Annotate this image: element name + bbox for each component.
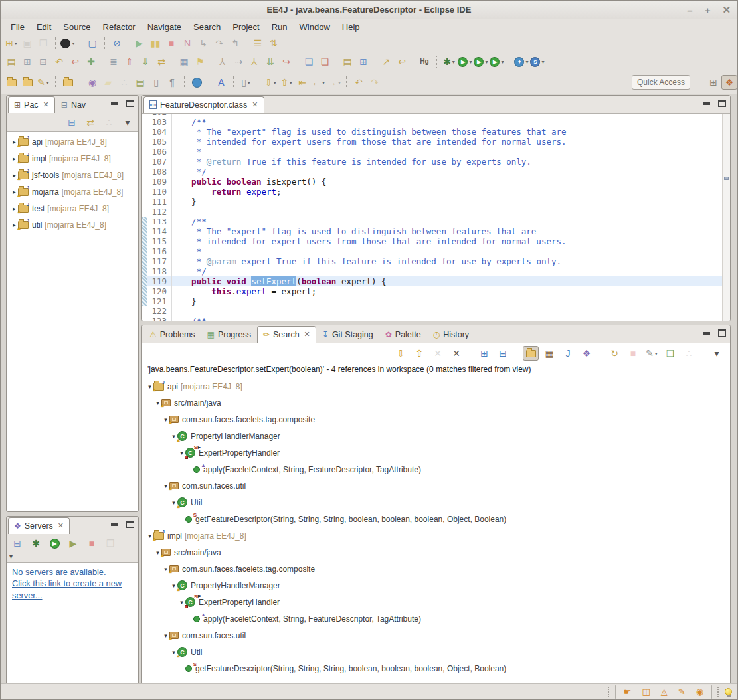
expand-arrow[interactable]: ▾ <box>178 599 185 606</box>
view-menu-button[interactable]: ▾ <box>120 115 136 130</box>
highlight-range-button[interactable]: ▰ <box>100 75 116 90</box>
tree-item-apply-faceletcontext-string-featuredescriptor-tagattribute-[interactable]: ▴apply(FaceletContext, String, FeatureDe… <box>142 610 730 627</box>
revert-button[interactable]: ↩ <box>394 54 410 69</box>
git-history-button[interactable]: ▦ <box>176 54 192 69</box>
code-line-107[interactable]: 107 * @return True if this feature is in… <box>142 157 730 167</box>
code-line-103[interactable]: 103 /** <box>142 117 730 127</box>
run-button[interactable]: ▶▾ <box>457 54 473 69</box>
tree-item-mojarra[interactable]: ▸J▲mojarra[mojarra EE4J_8] <box>7 183 138 200</box>
tab-problems[interactable]: ⚠Problems <box>143 326 201 343</box>
code-line-110[interactable]: 110 return expert; <box>142 187 730 197</box>
tab-history[interactable]: ◷History <box>427 326 475 343</box>
code-line-121[interactable]: 121 } <box>142 296 730 306</box>
new-server-link[interactable]: No servers are available. Click this lin… <box>12 567 126 601</box>
show-selected-element-button[interactable]: ▯ <box>148 75 164 90</box>
link-with-editor-button[interactable]: ⇄ <box>82 115 98 130</box>
previous-match-button[interactable]: ⇧ <box>411 346 427 361</box>
close-button[interactable]: ✕ <box>722 4 731 16</box>
user-account-button[interactable]: ▾ <box>60 36 76 50</box>
lightbulb-icon[interactable] <box>725 688 732 695</box>
group-by-project-button[interactable]: ❖ <box>579 346 595 361</box>
git-remove-from-index-button[interactable]: ⊟ <box>35 54 51 69</box>
open-perspective-button[interactable]: ⊞ <box>705 75 721 90</box>
git-assume-unchanged-button[interactable]: ≣ <box>106 54 122 69</box>
back-button[interactable]: ←▾ <box>310 75 326 90</box>
tree-item-propertyhandlermanager[interactable]: ▾C▲PropertyHandlerManager <box>142 577 730 594</box>
last-edit-location-button[interactable]: ⇤ <box>294 75 310 90</box>
focus-button[interactable]: ∴ <box>101 115 117 130</box>
remove-all-matches-button[interactable]: ✕ <box>448 346 464 361</box>
undo-button[interactable]: ↶ <box>351 75 367 90</box>
git-apply-patch-button[interactable]: ↪ <box>278 54 294 69</box>
view-menu-button[interactable]: ▾ <box>709 346 725 361</box>
git-repositories-view-button[interactable]: ⊞ <box>355 54 371 69</box>
code-line-114[interactable]: 114 * The "expert" flag is used to disti… <box>142 226 730 236</box>
code-line-105[interactable]: 105 * intended for expert users from tho… <box>142 137 730 147</box>
tree-item-getfeaturedescriptor-string-string-string-boolean-boolean-boolean-object-boolean-[interactable]: SgetFeatureDescriptor(String, String, St… <box>142 660 730 677</box>
stop-server-button[interactable]: ■ <box>84 536 100 551</box>
git-merge-button[interactable]: Y <box>215 54 231 69</box>
tree-item-getfeaturedescriptor-string-string-string-boolean-boolean-boolean-object-boolean-[interactable]: SgetFeatureDescriptor(String, String, St… <box>142 511 730 527</box>
remove-match-button[interactable]: ✕ <box>430 346 446 361</box>
code-line-106[interactable]: 106 * <box>142 147 730 157</box>
next-match-button[interactable]: ⇩ <box>393 346 409 361</box>
quick-access-box[interactable]: Quick Access <box>632 75 690 90</box>
maximize-view-button[interactable] <box>126 100 134 107</box>
git-reset-button[interactable]: ↩ <box>67 54 83 69</box>
menu-source[interactable]: Source <box>57 21 96 33</box>
tree-item-expertpropertyhandler[interactable]: ▾CSFExpertPropertyHandler <box>142 444 730 461</box>
code-line-111[interactable]: 111 } <box>142 197 730 207</box>
tree-item-jsf-tools[interactable]: ▸J▲jsf-tools[mojarra EE4J_8] <box>7 167 138 183</box>
publish-button[interactable]: ❒ <box>102 536 118 551</box>
code-line-122[interactable]: 122 <box>142 306 730 316</box>
terminate-button[interactable]: ■ <box>163 36 179 50</box>
group-by-package-button[interactable]: ▦ <box>541 346 557 361</box>
tree-item-src-main-java[interactable]: ▾▲src/main/java <box>142 394 730 411</box>
code-line-118[interactable]: 118 */ <box>142 266 730 276</box>
maximize-view-button[interactable] <box>126 521 134 528</box>
tree-item-com-sun-faces-facelets-tag-composite[interactable]: ▾▲com.sun.faces.facelets.tag.composite <box>142 411 730 428</box>
collapse-all-button[interactable]: ⊟ <box>495 346 511 361</box>
minimize-view-button[interactable] <box>703 332 710 335</box>
maximize-button[interactable]: + <box>705 5 711 16</box>
git-cherry-pick-button[interactable]: ⇢ <box>231 54 246 69</box>
mercurial-button[interactable]: Hg <box>416 54 432 69</box>
code-line-116[interactable]: 116 * <box>142 246 730 256</box>
tab-git-staging[interactable]: ↧Git Staging <box>316 326 379 343</box>
tree-item-util[interactable]: ▸J▲util[mojarra EE4J_8] <box>7 217 138 233</box>
pencil-icon[interactable]: ✎ <box>678 687 686 697</box>
code-line-112[interactable]: 112 <box>142 207 730 217</box>
tree-item-util[interactable]: ▾C▲Util <box>142 644 730 660</box>
open-console-button[interactable]: ▢ <box>84 36 100 50</box>
coverage-button[interactable]: ▶▾ <box>473 54 489 69</box>
step-over-button[interactable]: ↷ <box>211 36 227 50</box>
tree-item-expertpropertyhandler[interactable]: ▾CSFExpertPropertyHandler <box>142 594 730 610</box>
tab-palette[interactable]: ✿Palette <box>379 326 427 343</box>
code-line-113[interactable]: 113 /** <box>142 217 730 226</box>
previous-annotation-button[interactable]: ⇧▾ <box>278 75 294 90</box>
new-file-button[interactable]: ❏ <box>301 54 317 69</box>
tree-item-impl[interactable]: ▾J▲impl[mojarra EE4J_8] <box>142 527 730 544</box>
close-tab-icon[interactable]: ✕ <box>252 100 258 109</box>
tree-item-util[interactable]: ▾C▲Util <box>142 494 730 511</box>
tab-servers[interactable]: ❖Servers✕ <box>8 517 70 534</box>
tree-item-impl[interactable]: ▸J▲impl[mojarra EE4J_8] <box>7 150 138 167</box>
menu-navigate[interactable]: Navigate <box>141 21 187 33</box>
maximize-editor-button[interactable] <box>718 100 726 107</box>
close-tab-icon[interactable]: ✕ <box>304 330 310 339</box>
git-add-button[interactable]: ✚ <box>83 54 99 69</box>
open-type-button[interactable] <box>3 75 19 90</box>
show-whitespace-button[interactable]: ¶ <box>164 75 180 90</box>
menu-file[interactable]: File <box>5 21 31 33</box>
debug-server-button[interactable]: ✱ <box>28 536 44 551</box>
tab-package-explorer[interactable]: ⊞Pac✕ <box>8 96 55 113</box>
disconnect-button[interactable]: N <box>179 36 195 50</box>
occurrences-dots-button[interactable]: ∴ <box>116 75 132 90</box>
menu-window[interactable]: Window <box>294 21 336 33</box>
save-all-button[interactable]: ❒ <box>35 36 51 50</box>
new-search-view-button[interactable]: ❏ <box>662 346 678 361</box>
new-wizard-button[interactable]: ⊞▾ <box>3 36 19 50</box>
start-server-button[interactable]: ▶ <box>46 536 62 551</box>
share-project-button[interactable]: ↗ <box>378 54 394 69</box>
collapse-stack-frames-button[interactable]: ⇅ <box>266 36 282 50</box>
